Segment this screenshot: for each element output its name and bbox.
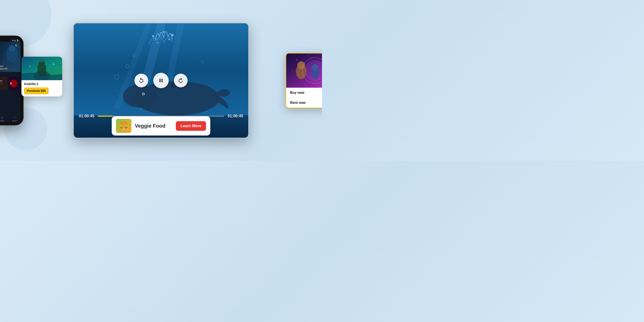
svg-point-22 (29, 65, 31, 67)
phone-mockup: 9:41 ● ▲ 🔋 🔍 Avatar +13 HD (0, 35, 24, 126)
phone-screen: 9:41 ● ▲ 🔋 🔍 Avatar +13 HD (0, 38, 20, 123)
nav-videos[interactable]: ⊙ Videos (0, 116, 4, 122)
progress-fill (98, 116, 113, 117)
premium-badge: Premium $55 (24, 87, 49, 94)
svg-point-33 (152, 35, 154, 37)
hero-movie-title: Avatar (0, 61, 4, 64)
pause-icon (158, 77, 164, 84)
svg-point-32 (143, 93, 144, 95)
poster-art (286, 53, 322, 88)
godzilla-thumbnail (22, 56, 62, 80)
nav-videos-label: Videos (0, 120, 4, 122)
pause-button[interactable] (153, 73, 169, 88)
time-elapsed: 01:00:45 (79, 114, 94, 118)
svg-point-44 (296, 59, 297, 60)
ad-banner: 🍔 Veggie Food Learn More (112, 116, 210, 136)
rewind-icon (138, 77, 144, 84)
new-movies-label: New movies (0, 74, 19, 76)
movie-thumb-3[interactable]: S (8, 77, 19, 90)
godzilla-info: Godzilla 2 Premium $55 (22, 80, 62, 96)
nav-mylist-label: My list (12, 120, 16, 122)
svg-point-4 (9, 45, 15, 52)
rent-row[interactable]: Rent now $ 24 (286, 98, 322, 108)
phone-content: New movies LIVE DIE REPEAT 4 Episode PUR… (0, 72, 20, 114)
svg-point-36 (157, 42, 158, 43)
buy-label: Buy now (290, 91, 304, 95)
ad-text: Veggie Food (135, 123, 172, 129)
phone-icons: ● ▲ 🔋 (12, 39, 19, 41)
phone-notch (0, 38, 11, 41)
tv-player: 01:00:45 01:00:45 🍔 Veggie Food Learn Mo… (73, 23, 249, 138)
rent-label: Rent now (290, 101, 306, 105)
movie-poster (286, 53, 322, 88)
phone-nav: ⌂ Home ⊙ Videos ♡ My list (0, 114, 20, 123)
godzilla-art (22, 56, 62, 80)
godzilla-popup-card: Godzilla 2 Premium $55 (22, 56, 62, 96)
buy-row[interactable]: Buy now $ 64 (286, 88, 322, 98)
movie-thumb-2[interactable]: PURGE ANARCHY (0, 77, 8, 90)
svg-point-52 (297, 61, 305, 69)
svg-text:S: S (10, 82, 12, 85)
forward-button[interactable] (174, 74, 188, 87)
svg-point-54 (312, 64, 318, 71)
svg-point-23 (53, 63, 54, 65)
movie-art-2: PURGE ANARCHY (0, 77, 8, 90)
svg-point-37 (168, 38, 170, 40)
movie-grid: LIVE DIE REPEAT 4 Episode PURGE ANARCHY (0, 77, 19, 90)
svg-rect-18 (38, 62, 45, 66)
svg-point-34 (163, 31, 165, 33)
time-total: 01:00:45 (228, 114, 243, 118)
svg-point-48 (292, 70, 293, 71)
mylist-icon: ♡ (13, 116, 16, 120)
more-info-button[interactable]: More info (0, 67, 10, 71)
svg-text:PURGE: PURGE (0, 80, 2, 82)
phone-hero: 🔍 Avatar +13 HD 👍 8.2 (0, 42, 20, 72)
video-controls (134, 73, 188, 88)
hero-buttons: ▶ Play More info (0, 67, 10, 71)
nav-mylist[interactable]: ♡ My list (12, 116, 16, 122)
forward-icon (178, 77, 184, 84)
videos-icon: ⊙ (1, 116, 4, 120)
godzilla-title: Godzilla 2 (24, 82, 60, 86)
buy-rent-card: Buy now $ 64 Rent now $ 24 (286, 53, 322, 108)
movie-art-3: S (8, 77, 19, 90)
learn-more-button[interactable]: Learn More (176, 121, 206, 131)
svg-text:ANARCHY: ANARCHY (0, 82, 3, 84)
ad-image: 🍔 (116, 119, 132, 133)
rewind-button[interactable] (134, 74, 148, 87)
svg-point-24 (58, 67, 58, 68)
svg-point-35 (171, 34, 174, 36)
